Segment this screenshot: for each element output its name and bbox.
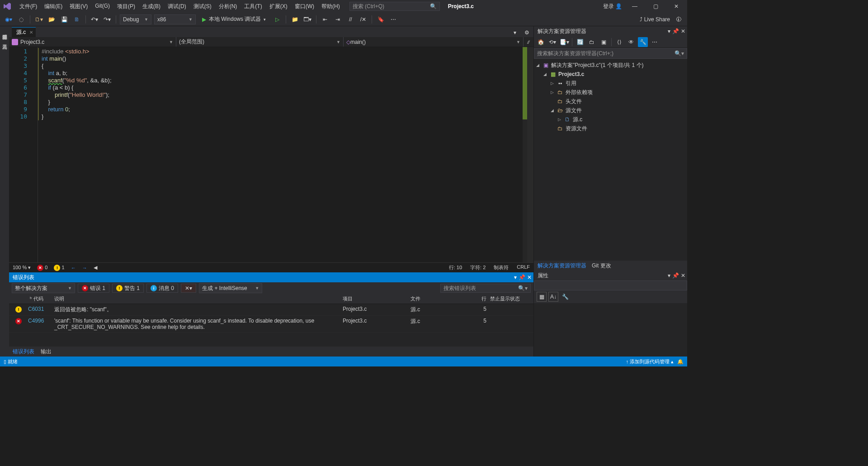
folder-icon[interactable]: 📁: [290, 14, 300, 24]
save-all-icon[interactable]: 🗎: [72, 14, 82, 24]
uncomment-icon[interactable]: /✕: [358, 14, 368, 24]
indent-out-icon[interactable]: ⇤: [320, 14, 330, 24]
build-combo[interactable]: 生成 + IntelliSense▼: [199, 283, 262, 293]
tree-item-file[interactable]: ▷🗋源.c: [535, 115, 686, 124]
project-node[interactable]: ◢▦Project3.c: [535, 70, 686, 79]
properties-icon[interactable]: ⟨⟩: [614, 37, 624, 47]
props-object-combo[interactable]: [534, 281, 687, 290]
feedback-icon[interactable]: 🛈: [674, 14, 684, 24]
categorized-icon[interactable]: ▦: [537, 292, 547, 302]
sync-icon[interactable]: 🔄: [575, 37, 585, 47]
clear-filter-icon[interactable]: ✕▾: [181, 284, 196, 293]
menu-item[interactable]: 测试(S): [190, 1, 215, 12]
tree-item-resources[interactable]: 🗀资源文件: [535, 124, 686, 133]
tab-error-list[interactable]: 错误列表: [13, 348, 34, 356]
maximize-button[interactable]: ▢: [647, 0, 664, 13]
new-project-icon[interactable]: 🗋▾: [34, 14, 44, 24]
eol-mode[interactable]: CRLF: [517, 264, 530, 271]
notifications-icon[interactable]: 🔔: [677, 359, 684, 365]
tab-git-changes[interactable]: Git 更改: [592, 262, 611, 270]
code-editor[interactable]: 12345678910 #include <stdio.h>int main()…: [9, 47, 533, 262]
menu-item[interactable]: Git(G): [92, 1, 113, 12]
collapse-icon[interactable]: ▣: [599, 37, 609, 47]
filter-icon[interactable]: 📑▾: [559, 37, 569, 47]
prev-issue-icon[interactable]: ←: [71, 265, 76, 271]
document-tab[interactable]: 源.c✕: [12, 27, 36, 37]
solution-explorer-title[interactable]: 解决方案资源管理器 ▾📌✕: [534, 26, 687, 36]
config-combo[interactable]: Debug▼: [120, 14, 151, 24]
menu-item[interactable]: 扩展(X): [266, 1, 291, 12]
props-wrench-icon[interactable]: 🔧: [560, 292, 570, 302]
close-tab-icon[interactable]: ✕: [29, 30, 33, 35]
server-explorer-tab[interactable]: 服务器资源管理器: [0, 29, 9, 33]
menu-item[interactable]: 项目(P): [114, 1, 138, 12]
scope-combo[interactable]: 整个解决方案▼: [12, 283, 75, 293]
home-icon[interactable]: 🏠: [536, 37, 546, 47]
menu-item[interactable]: 调试(D): [165, 1, 189, 12]
errors-filter[interactable]: ✕错误 1: [78, 284, 109, 293]
quick-search-input[interactable]: 搜索 (Ctrl+Q)🔍: [349, 2, 440, 11]
error-table-header[interactable]: ᵇ 代码 说明 项目 文件 行 禁止显示状态: [9, 294, 533, 304]
comment-icon[interactable]: //: [345, 14, 355, 24]
properties-title[interactable]: 属性 ▾📌✕: [534, 271, 687, 281]
close-icon[interactable]: ✕: [527, 274, 532, 281]
zoom-combo[interactable]: 100 % ▾: [13, 265, 31, 271]
menu-item[interactable]: 编辑(E): [41, 1, 66, 12]
next-issue-icon[interactable]: →: [82, 265, 87, 271]
solution-search-input[interactable]: 搜索解决方案资源管理器(Ctrl+;)🔍▾: [534, 48, 687, 59]
indent-in-icon[interactable]: ⇥: [333, 14, 343, 24]
code-area[interactable]: #include <stdio.h>int main(){ int a, b; …: [38, 47, 523, 262]
start-debug-button[interactable]: ▶本地 Windows 调试器▾: [198, 14, 269, 24]
close-icon[interactable]: ✕: [681, 28, 685, 34]
preview-icon[interactable]: 👁: [626, 37, 636, 47]
undo-icon[interactable]: ↶▾: [90, 14, 99, 24]
nav-file-combo[interactable]: Project3.c▼: [9, 37, 176, 47]
save-icon[interactable]: 💾: [59, 14, 69, 24]
tree-item-headers[interactable]: 🗀头文件: [535, 97, 686, 106]
menu-item[interactable]: 工具(T): [241, 1, 265, 12]
tab-output[interactable]: 输出: [41, 348, 52, 356]
dropdown-icon[interactable]: ▾: [668, 272, 670, 279]
error-row[interactable]: !C6031返回值被忽略: "scanf"。Project3.c源.c5: [9, 304, 533, 316]
tab-solution-explorer[interactable]: 解决方案资源管理器: [538, 262, 586, 270]
menu-item[interactable]: 视图(V): [66, 1, 91, 12]
nav-scope-combo[interactable]: (全局范围)▼: [176, 37, 344, 47]
tree-item-refs[interactable]: ▷▪▪引用: [535, 79, 686, 88]
solution-node[interactable]: ◢▣解决方案"Project3.c"(1 个项目/共 1 个): [535, 61, 686, 70]
switch-view-icon[interactable]: ⟲▾: [547, 37, 557, 47]
split-view-icon[interactable]: ⫽: [524, 37, 533, 47]
error-count[interactable]: ✕ 0: [37, 265, 47, 271]
error-row[interactable]: ✕C4996'scanf': This function or variable…: [9, 316, 533, 333]
start-noDebug-icon[interactable]: ▷: [272, 14, 282, 24]
menu-item[interactable]: 生成(B): [139, 1, 164, 12]
gear-icon[interactable]: ⚙: [522, 28, 532, 38]
redo-icon[interactable]: ↷▾: [102, 14, 112, 24]
menu-item[interactable]: 帮助(H): [318, 1, 343, 12]
nav-member-combo[interactable]: ◇ main()▼: [344, 37, 524, 47]
nav-back-icon[interactable]: ◉▾: [4, 14, 14, 24]
messages-filter[interactable]: i消息 0: [146, 284, 178, 293]
nav-fwd-icon[interactable]: ◌: [16, 14, 26, 24]
toolbox-tab[interactable]: 工具箱: [0, 39, 9, 43]
dropdown-icon[interactable]: ▾: [514, 274, 517, 281]
close-button[interactable]: ✕: [668, 0, 684, 13]
minimize-button[interactable]: ―: [627, 0, 643, 13]
warnings-filter[interactable]: !警告 1: [112, 284, 144, 293]
warning-count[interactable]: ! 1: [54, 265, 64, 271]
more-icon[interactable]: ⋯: [388, 14, 398, 24]
menu-item[interactable]: 窗口(W): [292, 1, 317, 12]
menu-item[interactable]: 文件(F): [16, 1, 40, 12]
dropdown-icon[interactable]: ▾: [668, 28, 670, 34]
show-all-icon[interactable]: 🗀: [587, 37, 597, 47]
add-source-control[interactable]: ↑ 添加到源代码管理 ▴: [626, 358, 674, 365]
window-icon[interactable]: 🗔▾: [302, 14, 312, 24]
pin-icon[interactable]: 📌: [672, 28, 679, 34]
tree-item-external[interactable]: ▷🗀外部依赖项: [535, 88, 686, 97]
indent-mode[interactable]: 制表符: [494, 264, 509, 271]
error-list-title[interactable]: 错误列表 ▾📌✕: [9, 272, 533, 282]
bookmark-icon[interactable]: 🔖: [376, 14, 386, 24]
open-icon[interactable]: 📂: [47, 14, 57, 24]
vertical-scrollbar[interactable]: [527, 47, 533, 262]
error-search-input[interactable]: 搜索错误列表🔍▾: [440, 284, 531, 293]
tab-dropdown-icon[interactable]: ▾: [510, 28, 520, 38]
